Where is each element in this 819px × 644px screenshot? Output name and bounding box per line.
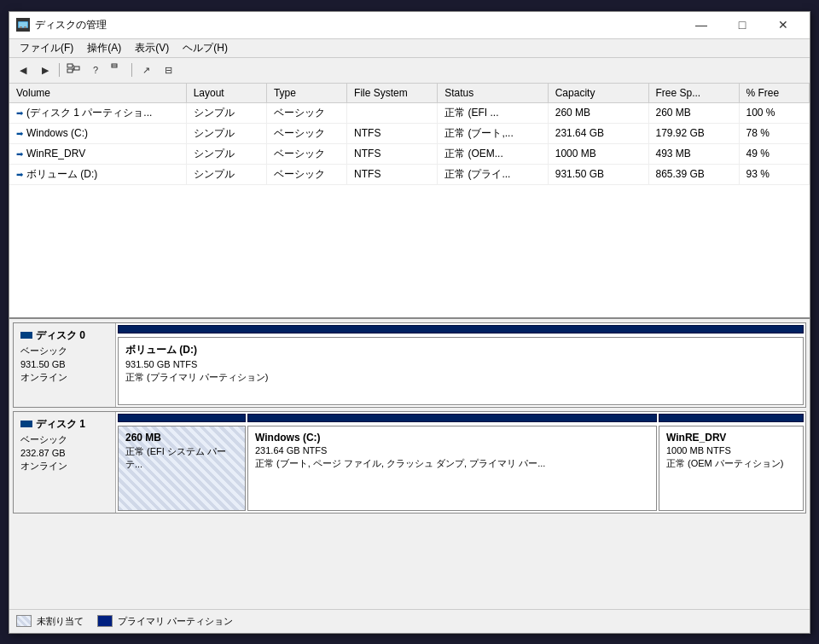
grid-button[interactable]: ⊟ — [158, 61, 178, 79]
col-status[interactable]: Status — [438, 84, 549, 103]
back-button[interactable]: ◀ — [13, 61, 33, 79]
vol-arrow-icon: ➡ — [16, 129, 23, 138]
svg-rect-2 — [20, 26, 22, 28]
disk-area[interactable]: ディスク 0 ベーシック 931.50 GB オンライン ボリューム (D:) … — [9, 319, 810, 609]
table-row[interactable]: ➡(ディスク 1 パーティショ...シンプルベーシック正常 (EFI ...26… — [9, 102, 810, 123]
menu-help[interactable]: ヘルプ(H) — [176, 39, 235, 57]
col-filesystem[interactable]: File System — [347, 84, 438, 103]
svg-rect-4 — [67, 64, 73, 67]
legend-unallocated-box — [16, 615, 32, 627]
disk-1-name: ディスク 1 — [20, 417, 108, 432]
minimize-button[interactable]: — — [682, 11, 721, 38]
main-window: ディスクの管理 — □ ✕ ファイル(F) 操作(A) 表示(V) ヘルプ(H)… — [9, 11, 810, 634]
table-row[interactable]: ➡Windows (C:)シンプルベーシックNTFS正常 (ブート,...231… — [9, 123, 810, 143]
disk-0-bar — [118, 325, 804, 334]
menu-bar: ファイル(F) 操作(A) 表示(V) ヘルプ(H) — [9, 39, 810, 58]
menu-file[interactable]: ファイル(F) — [13, 39, 80, 57]
disk-0-partitions: ボリューム (D:) 931.50 GB NTFS 正常 (プライマリ パーティ… — [116, 335, 805, 407]
toolbar-sep-1 — [59, 63, 60, 77]
window-title: ディスクの管理 — [35, 18, 682, 32]
table-row[interactable]: ➡WinRE_DRVシンプルベーシックNTFS正常 (OEM...1000 MB… — [9, 143, 810, 164]
col-pcfree[interactable]: % Free — [739, 84, 809, 103]
col-freesp[interactable]: Free Sp... — [648, 84, 739, 103]
volume-table: Volume Layout Type File System Status Ca… — [9, 84, 810, 185]
disk-1-partition-2[interactable]: WinRE_DRV 1000 MB NTFS 正常 (OEM パーティション) — [659, 426, 804, 511]
menu-view[interactable]: 表示(V) — [128, 39, 176, 57]
vol-arrow-icon: ➡ — [16, 149, 23, 159]
window-icon — [16, 18, 30, 32]
legend-bar: 未割り当て プライマリ パーティション — [9, 609, 810, 633]
svg-rect-3 — [24, 26, 26, 28]
disk-1-bar-1 — [247, 414, 657, 422]
col-layout[interactable]: Layout — [186, 84, 266, 103]
vol-arrow-icon: ➡ — [16, 170, 23, 179]
disk-1-partitions: 260 MB 正常 (EFI システム パーテ... Windows (C:) … — [116, 424, 805, 513]
help-button[interactable]: ? — [85, 61, 106, 79]
disk-0-content: ボリューム (D:) 931.50 GB NTFS 正常 (プライマリ パーティ… — [116, 323, 805, 407]
legend-primary-box — [97, 615, 113, 627]
disk-1-content: 260 MB 正常 (EFI システム パーテ... Windows (C:) … — [116, 412, 805, 513]
disk-1-partition-0[interactable]: 260 MB 正常 (EFI システム パーテ... — [118, 426, 246, 511]
disk-1-bars — [118, 414, 804, 422]
disk-0-name: ディスク 0 — [20, 328, 108, 343]
collapse-button[interactable] — [107, 61, 128, 79]
disk-1-bar-2 — [659, 414, 804, 422]
disk-1-partition-1[interactable]: Windows (C:) 231.64 GB NTFS 正常 (ブート, ページ… — [247, 426, 657, 511]
disk-1-indicator — [20, 421, 32, 427]
title-bar: ディスクの管理 — □ ✕ — [9, 12, 810, 39]
maximize-button[interactable]: □ — [723, 11, 762, 38]
disk-0-partition-0[interactable]: ボリューム (D:) 931.50 GB NTFS 正常 (プライマリ パーティ… — [118, 337, 804, 405]
close-button[interactable]: ✕ — [764, 11, 803, 38]
window-controls: — □ ✕ — [682, 11, 803, 38]
forward-button[interactable]: ▶ — [35, 61, 55, 79]
menu-action[interactable]: 操作(A) — [80, 39, 128, 57]
volume-table-area[interactable]: Volume Layout Type File System Status Ca… — [9, 84, 810, 319]
legend-unallocated: 未割り当て — [16, 615, 84, 628]
toolbar: ◀ ▶ ? ↗ ⊟ — [9, 58, 810, 84]
tree-button[interactable] — [63, 61, 84, 79]
col-volume[interactable]: Volume — [9, 84, 186, 103]
col-capacity[interactable]: Capacity — [548, 84, 648, 103]
svg-rect-6 — [74, 67, 79, 70]
legend-primary: プライマリ パーティション — [97, 615, 233, 628]
table-row[interactable]: ➡ボリューム (D:)シンプルベーシックNTFS正常 (プライ...931.50… — [9, 164, 810, 184]
disk-0-label: ディスク 0 ベーシック 931.50 GB オンライン — [14, 323, 116, 407]
disk-0-indicator — [20, 332, 32, 339]
disk-row-0: ディスク 0 ベーシック 931.50 GB オンライン ボリューム (D:) … — [13, 322, 806, 408]
disk-1-label: ディスク 1 ベーシック 232.87 GB オンライン — [14, 412, 116, 513]
disk-row-1: ディスク 1 ベーシック 232.87 GB オンライン 260 MB — [13, 411, 806, 513]
arrow-button[interactable]: ↗ — [136, 61, 156, 79]
vol-arrow-icon: ➡ — [16, 108, 23, 118]
col-type[interactable]: Type — [266, 84, 346, 103]
svg-rect-5 — [67, 69, 73, 73]
toolbar-sep-2 — [131, 63, 132, 77]
table-header-row: Volume Layout Type File System Status Ca… — [9, 84, 810, 103]
disk-1-bar-0 — [118, 414, 246, 422]
main-content: Volume Layout Type File System Status Ca… — [9, 84, 810, 633]
